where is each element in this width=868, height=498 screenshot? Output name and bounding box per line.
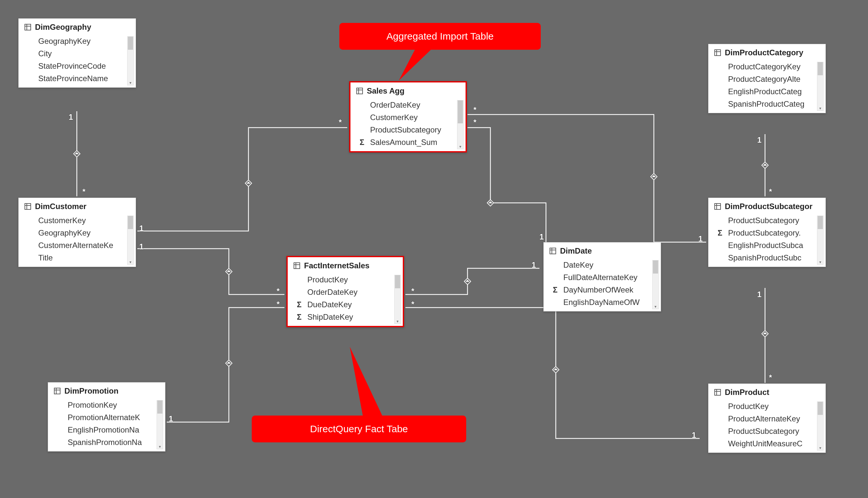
- field-label: GeographyKey: [38, 228, 91, 238]
- table-dim-promotion[interactable]: DimPromotion PromotionKey PromotionAlter…: [48, 382, 165, 451]
- field-row[interactable]: EnglishDayNameOfW: [544, 296, 661, 309]
- field-row[interactable]: EnglishPromotionNa: [48, 424, 165, 436]
- field-label: FullDateAlternateKey: [563, 273, 638, 282]
- field-row[interactable]: ProductSubcategory: [708, 214, 826, 227]
- svg-rect-17: [550, 248, 556, 254]
- field-row[interactable]: CustomerKey: [19, 214, 136, 227]
- field-row[interactable]: ProductAlternateKey: [708, 412, 826, 425]
- diagram-canvas[interactable]: 1 * 1 * 1 * 1 * * 1 * 1 * 1 * 1 1 * 1 * …: [0, 0, 868, 498]
- table-title: DimProduct: [725, 388, 769, 397]
- field-label: CustomerAlternateKe: [38, 241, 113, 250]
- callout-tail-bottom: [330, 347, 382, 419]
- scrollbar[interactable]: ▴▾: [652, 260, 659, 309]
- table-icon: [25, 203, 31, 210]
- field-row[interactable]: EnglishProductCateg: [708, 86, 826, 98]
- scrollbar[interactable]: ▴▾: [394, 275, 401, 324]
- table-dim-product-category[interactable]: DimProductCategory ProductCategoryKey Pr…: [708, 44, 826, 113]
- cardinality-one: 1: [757, 135, 761, 145]
- field-row[interactable]: SpanishPromotionNa: [48, 436, 165, 449]
- table-header: DimProductCategory: [708, 44, 826, 61]
- field-row[interactable]: ΣDayNumberOfWeek: [544, 284, 661, 296]
- cardinality-many: *: [411, 300, 414, 309]
- field-label: ProductSubcategory: [728, 216, 799, 225]
- table-dim-product[interactable]: DimProduct ProductKey ProductAlternateKe…: [708, 383, 826, 453]
- table-header: DimProductSubcategor: [708, 198, 826, 214]
- field-row[interactable]: ProductCategoryKey: [708, 61, 826, 73]
- field-row[interactable]: PromotionKey: [48, 399, 165, 411]
- field-row[interactable]: City: [19, 48, 136, 60]
- field-row[interactable]: CustomerKey: [351, 111, 465, 124]
- field-label: StateProvinceCode: [38, 62, 106, 71]
- cardinality-many: *: [769, 187, 772, 196]
- cardinality-many: *: [276, 287, 280, 296]
- field-row[interactable]: StateProvinceCode: [19, 60, 136, 72]
- field-list: GeographyKey City StateProvinceCode Stat…: [19, 35, 136, 85]
- field-row[interactable]: SpanishProductCateg: [708, 98, 826, 110]
- callout-tail-top: [392, 49, 432, 82]
- table-fact-internet-sales[interactable]: FactInternetSales ProductKey OrderDateKe…: [286, 256, 404, 327]
- field-row[interactable]: ΣProductSubcategory.: [708, 227, 826, 239]
- field-row[interactable]: OrderDateKey: [288, 286, 403, 298]
- field-label: DayNumberOfWeek: [563, 285, 633, 294]
- field-row[interactable]: ΣSalesAmount_Sum: [351, 136, 465, 148]
- field-row[interactable]: OrderDateKey: [351, 99, 465, 111]
- field-row[interactable]: GeographyKey: [19, 35, 136, 48]
- field-list: ProductSubcategory ΣProductSubcategory. …: [708, 214, 826, 264]
- field-row[interactable]: StateProvinceName: [19, 72, 136, 85]
- table-icon: [54, 388, 60, 394]
- field-row[interactable]: ProductCategoryAlte: [708, 73, 826, 86]
- scrollbar[interactable]: ▴▾: [817, 402, 824, 450]
- field-row[interactable]: ProductKey: [288, 274, 403, 286]
- scrollbar[interactable]: ▴▾: [817, 215, 824, 265]
- field-row[interactable]: DateKey: [544, 259, 661, 271]
- callout-text: DirectQuery Fact Tabe: [310, 423, 408, 434]
- field-label: CustomerKey: [38, 216, 86, 225]
- field-list: ProductKey OrderDateKey ΣDueDateKey ΣShi…: [288, 274, 403, 323]
- field-row[interactable]: CustomerAlternateKe: [19, 239, 136, 252]
- scrollbar[interactable]: ▴▾: [817, 62, 824, 111]
- table-dim-product-subcategory[interactable]: DimProductSubcategor ProductSubcategory …: [708, 198, 826, 267]
- field-row[interactable]: PromotionAlternateK: [48, 411, 165, 424]
- field-row[interactable]: ProductSubcategory: [708, 425, 826, 437]
- callout-aggregated-import: Aggregated Import Table: [339, 23, 541, 50]
- table-dim-date[interactable]: DimDate DateKey FullDateAlternateKey ΣDa…: [543, 242, 661, 312]
- field-label: ProductSubcategory: [370, 125, 441, 134]
- scrollbar[interactable]: ▴▾: [457, 100, 464, 149]
- field-row[interactable]: WeightUnitMeasureC: [708, 437, 826, 450]
- table-icon: [356, 88, 363, 94]
- field-list: PromotionKey PromotionAlternateK English…: [48, 399, 165, 449]
- table-dim-geography[interactable]: DimGeography GeographyKey City StateProv…: [18, 18, 136, 88]
- field-row[interactable]: EnglishProductSubca: [708, 239, 826, 252]
- table-dim-customer[interactable]: DimCustomer CustomerKey GeographyKey Cus…: [18, 198, 136, 267]
- scrollbar[interactable]: ▴▾: [127, 36, 134, 86]
- field-label: ProductSubcategory: [728, 427, 799, 436]
- field-label: EnglishDayNameOfW: [563, 298, 639, 307]
- cardinality-many: *: [339, 118, 342, 127]
- scrollbar[interactable]: ▴▾: [127, 215, 134, 265]
- field-label: CustomerKey: [370, 113, 418, 122]
- svg-rect-11: [357, 88, 363, 94]
- table-header: Sales Agg: [351, 82, 465, 99]
- field-list: CustomerKey GeographyKey CustomerAlterna…: [19, 214, 136, 264]
- table-sales-agg[interactable]: Sales Agg OrderDateKey CustomerKey Produ…: [349, 81, 467, 153]
- field-label: SalesAmount_Sum: [370, 138, 437, 147]
- field-row[interactable]: SpanishProductSubc: [708, 252, 826, 264]
- field-row[interactable]: FullDateAlternateKey: [544, 271, 661, 284]
- cardinality-one: 1: [698, 234, 703, 244]
- sigma-icon: Σ: [360, 138, 364, 147]
- table-icon: [550, 248, 556, 254]
- scrollbar[interactable]: ▴▾: [157, 400, 163, 449]
- field-row[interactable]: Title: [19, 252, 136, 264]
- field-row[interactable]: ΣShipDateKey: [288, 311, 403, 323]
- table-header: DimProduct: [708, 384, 826, 400]
- field-row[interactable]: ProductKey: [708, 400, 826, 412]
- cardinality-many: *: [82, 187, 85, 196]
- field-label: ProductCategoryKey: [728, 62, 800, 71]
- field-row[interactable]: ProductSubcategory: [351, 124, 465, 136]
- svg-rect-5: [25, 204, 31, 209]
- field-row[interactable]: GeographyKey: [19, 227, 136, 239]
- table-icon: [714, 389, 721, 396]
- cardinality-one: 1: [69, 113, 73, 122]
- field-row[interactable]: ΣDueDateKey: [288, 298, 403, 311]
- field-label: DateKey: [563, 260, 593, 270]
